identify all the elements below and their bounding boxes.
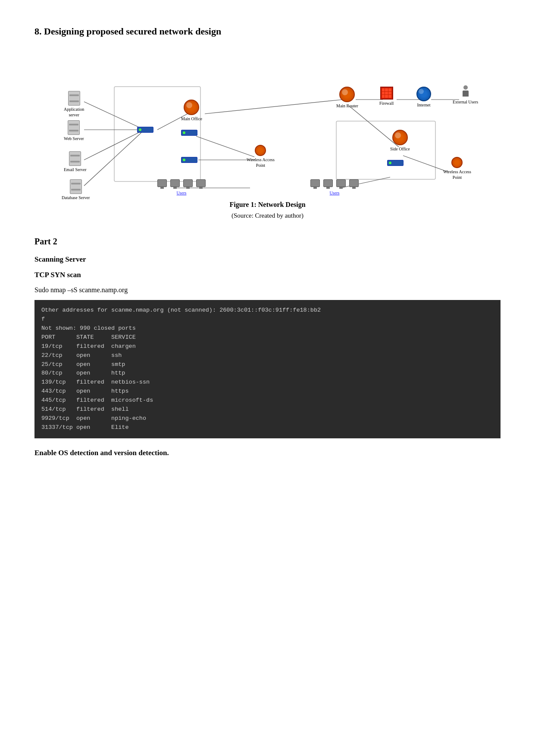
figure-source: (Source: Created by author)	[34, 212, 501, 219]
figure-caption: Figure 1: Network Design	[34, 201, 501, 209]
web-server-node: Web Server	[64, 120, 84, 141]
network-diagram: Applicationserver Web Server Email Serve…	[34, 50, 501, 197]
app-server-node: Applicationserver	[64, 91, 84, 118]
svg-line-7	[205, 100, 343, 114]
switch1-node	[137, 127, 153, 134]
internet-node: Internet	[416, 87, 431, 108]
section-heading: 8. Designing proposed secured network de…	[34, 26, 501, 37]
scanning-server-heading: Scanning Server	[34, 255, 501, 264]
svg-line-12	[196, 136, 254, 157]
main-router-node: Main Router	[336, 87, 358, 109]
email-server-node: Email Server	[64, 151, 86, 172]
side-office-node: Side Office	[390, 130, 410, 152]
part2-heading: Part 2	[34, 237, 501, 247]
db-server-node: Database Server	[62, 179, 90, 200]
users1-group: Users	[157, 179, 206, 195]
switch3-node	[181, 157, 197, 164]
external-users-node: External Users	[453, 85, 478, 105]
wap2-node: Wireless AccessPoint	[443, 157, 471, 180]
users2-group: Users	[310, 179, 359, 195]
tcp-syn-heading: TCP SYN scan	[34, 271, 501, 279]
command-text: Sudo nmap –sS scanme.namp.org	[34, 286, 501, 294]
wap1-node: Wireless AccessPoint	[247, 145, 275, 168]
svg-rect-1	[336, 121, 435, 179]
side-switch-node	[387, 160, 404, 167]
switch2-node	[181, 130, 197, 137]
firewall-node: Firewall	[379, 87, 394, 106]
main-office-node: Main Office	[181, 100, 202, 122]
terminal-output: Other addresses for scanme.nmap.org (not…	[34, 300, 501, 438]
svg-line-14	[403, 156, 448, 172]
enable-heading: Enable OS detection and version detectio…	[34, 449, 501, 457]
